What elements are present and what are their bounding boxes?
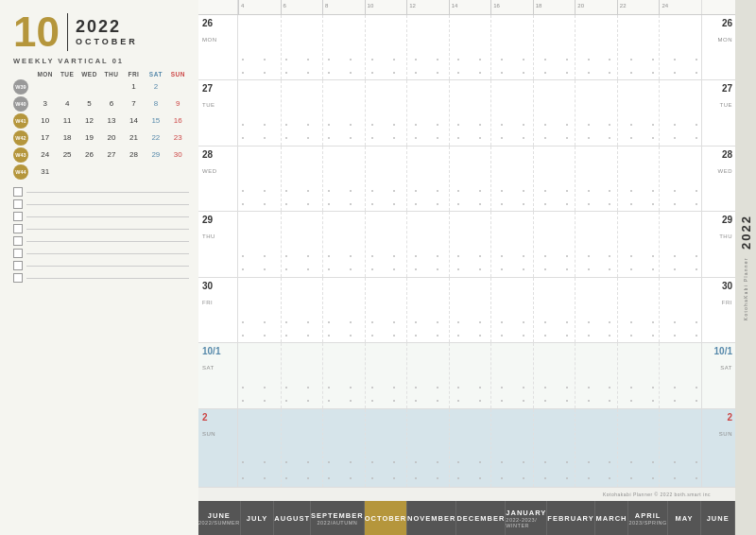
grid-hour-mark [365,15,366,79]
grid-hour-mark [406,343,407,407]
mini-cal-day-cell: 16 [167,115,189,126]
grid-hour-mark [281,278,282,342]
bottom-month-december[interactable]: DECEMBER [456,501,506,535]
hour-mark: 12 [406,0,407,14]
month-divider [67,13,68,51]
day-content-area[interactable] [238,147,701,211]
day-content-area[interactable] [238,409,701,487]
grid-hour-mark [617,278,618,342]
dot [307,190,309,192]
dot [566,190,568,192]
dot [544,335,546,337]
dot [371,255,373,257]
dot [674,190,676,192]
bottom-month-july[interactable]: JULY [241,501,275,535]
checkbox[interactable] [13,199,23,209]
dot [264,203,266,205]
dot [544,190,546,192]
hour-mark: 18 [533,0,534,14]
hour-label: 20 [577,3,584,9]
right-brand: KotohaKabi Planner [744,257,748,320]
mini-cal-day-cell: 23 [167,132,189,143]
bottom-month-june[interactable]: JUNE2022/SUMMER [198,501,241,535]
dot [415,477,417,479]
dot [285,124,287,126]
dot [350,268,352,270]
grid-hour-mark [322,212,323,276]
bottom-month-january[interactable]: JANUARY2022-2023/ WINTER [506,501,547,535]
bottom-month-february[interactable]: FEBRUARY [547,501,594,535]
bottom-month-march[interactable]: MARCH [595,501,629,535]
dots-row-1 [242,124,697,126]
checkbox[interactable] [13,236,23,246]
checkbox[interactable] [13,249,23,258]
dot [523,190,524,192]
dot [350,461,352,463]
checkbox[interactable] [13,187,23,197]
checkbox[interactable] [13,273,23,283]
grid-hour-mark [575,212,576,276]
dot [696,59,697,60]
dot [501,255,503,257]
dots-row-2 [242,477,697,479]
dot [630,72,632,74]
day-number-right: 26 [706,18,732,28]
bottom-season-label: 2022/AUTUMN [317,520,357,526]
dot [437,59,438,60]
dot [371,477,373,479]
day-content-area[interactable] [238,212,701,276]
grid-hour-mark [533,15,534,79]
dot [457,477,459,479]
dot [630,477,632,479]
dot [242,268,244,270]
grid-hour-mark [490,343,491,407]
dot [457,72,459,74]
dot [652,321,654,323]
dot [652,124,654,126]
weekly-label: WEEKLY VARTICAL 01 [13,57,189,65]
mini-cal-day-cell: 20 [100,132,122,143]
bottom-month-may[interactable]: MAY [668,501,702,535]
grid-hour-mark [281,147,282,211]
day-content-area[interactable] [238,80,701,145]
day-number: 30 [202,281,234,291]
bottom-month-september[interactable]: SEPTEMBER2022/AUTUMN [311,501,365,535]
bottom-month-october[interactable]: OCTOBER [365,501,407,535]
dot [457,137,459,139]
checkbox[interactable] [13,224,23,233]
checkbox-item [13,273,189,283]
dot [544,72,546,74]
day-content-area[interactable] [238,278,701,342]
dot [674,203,676,205]
checkbox[interactable] [13,212,23,221]
day-content-area[interactable] [238,15,701,79]
hour-label: 16 [493,3,500,9]
dot [350,137,352,139]
dot [350,255,352,257]
bottom-month-november[interactable]: NOVEMBER [407,501,456,535]
dot [264,461,266,463]
mini-cal-day-cell: 1 [123,81,145,92]
dot [566,400,568,402]
grid-hour-mark [617,212,618,276]
dot [307,335,309,337]
dot [609,400,610,402]
dot [457,387,459,388]
dot [696,268,697,270]
bottom-month-april[interactable]: APRIL2023/SPRING [628,501,667,535]
dot [328,400,330,402]
mini-cal-day-cell: 22 [145,132,166,143]
grid-hour-mark [533,343,534,407]
dot [501,203,503,205]
bottom-month-august[interactable]: AUGUST [274,501,311,535]
bottom-month-june[interactable]: JUNE [701,501,735,535]
dot [696,400,697,402]
mini-cal-day-cell: 15 [145,115,166,126]
checkbox[interactable] [13,261,23,270]
dot [371,335,373,337]
dot [501,387,503,388]
grid-hour-mark [575,15,576,79]
grid-hour-mark [449,343,450,407]
dot [457,203,459,205]
day-content-area[interactable] [238,343,701,407]
